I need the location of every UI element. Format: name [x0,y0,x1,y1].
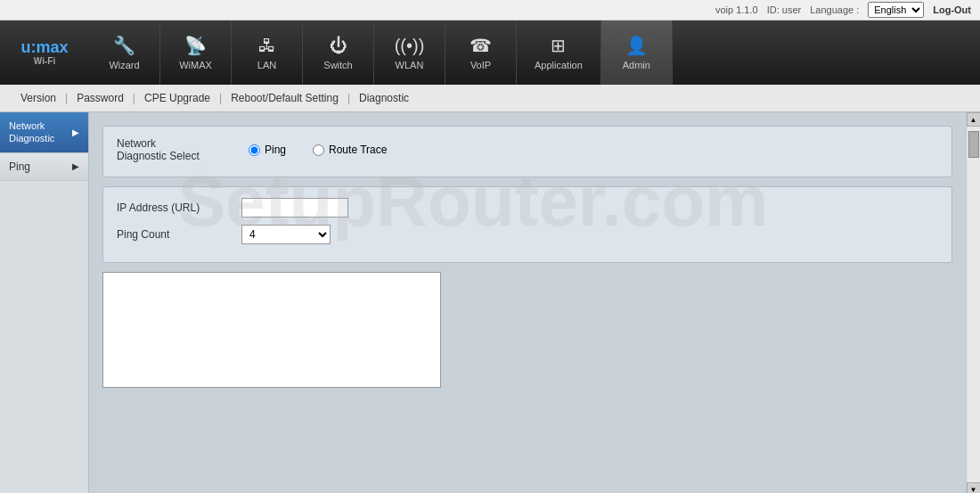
route-trace-radio[interactable] [313,144,324,156]
voip-info: voip 1.1.0 [715,4,758,15]
subnav-version[interactable]: Version [13,90,63,106]
logo: u:max Wi-Fi [0,21,89,85]
subnav-cpe-upgrade[interactable]: CPE Upgrade [137,90,217,106]
lan-icon: 🖧 [258,36,276,56]
scrollbar-track [968,127,980,482]
top-bar: voip 1.1.0 ID: user Language : English L… [0,0,980,21]
wizard-icon: 🔧 [113,35,135,56]
nav-switch-label: Switch [323,60,352,70]
subnav-diagnostic[interactable]: Diagnostic [352,90,416,106]
scroll-down-arrow[interactable]: ▼ [967,482,981,493]
subnav-password[interactable]: Password [69,90,131,106]
ip-address-row: IP Address (URL) [117,198,938,218]
logout-link[interactable]: Log-Out [933,4,971,15]
nav-voip-label: VoIP [470,60,491,70]
nav-items: 🔧 Wizard 📡 WiMAX 🖧 LAN ⏻ Switch ((•)) WL… [89,21,980,85]
nav-wimax[interactable]: 📡 WiMAX [160,21,232,85]
ping-radio-label: Ping [265,144,286,156]
nav-voip[interactable]: ☎ VoIP [445,21,517,85]
sidebar-item-ping[interactable]: Ping ▶ [0,153,88,181]
subnav-reboot[interactable]: Reboot/Default Setting [224,90,346,106]
ip-address-label: IP Address (URL) [117,201,233,214]
result-textarea[interactable] [102,272,441,388]
nav-wizard[interactable]: 🔧 Wizard [89,21,160,85]
sidebar-ping-label: Ping [9,160,30,173]
sidebar: NetworkDiagnostic ▶ Ping ▶ [0,112,89,493]
route-trace-radio-label: Route Trace [329,144,387,156]
wimax-icon: 📡 [184,35,207,56]
ping-settings-section: IP Address (URL) Ping Count 4 1 2 3 5 6 … [102,186,952,263]
nav-bar: u:max Wi-Fi 🔧 Wizard 📡 WiMAX 🖧 LAN ⏻ Swi… [0,21,980,85]
main-content: NetworkDiagnostic ▶ Ping ▶ NetworkDiagno… [0,112,980,493]
ping-count-row: Ping Count 4 1 2 3 5 6 7 8 [117,225,938,244]
nav-admin-label: Admin [623,60,650,70]
scrollbar-thumb[interactable] [968,131,979,158]
ip-address-input[interactable] [241,198,348,218]
sidebar-arrow-icon: ▶ [72,127,79,137]
nav-admin[interactable]: 👤 Admin [601,21,673,85]
network-diagnostic-select-label: NetworkDiagnostic Select [117,137,241,162]
nav-lan-label: LAN [257,60,276,70]
ping-count-label: Ping Count [117,228,233,241]
admin-icon: 👤 [625,35,648,56]
nav-application-label: Application [535,60,583,70]
ping-count-select[interactable]: 4 1 2 3 5 6 7 8 [241,225,331,244]
route-trace-radio-option[interactable]: Route Trace [313,144,387,156]
nav-lan[interactable]: 🖧 LAN [232,21,303,85]
voip-icon: ☎ [470,35,492,56]
nav-wimax-label: WiMAX [179,60,212,70]
nav-wizard-label: Wizard [109,60,139,70]
right-scrollbar: ▲ ▼ [966,112,980,493]
ping-radio[interactable] [249,144,260,156]
network-diagnostic-section: NetworkDiagnostic Select Ping Route Trac… [102,126,952,177]
sidebar-network-diagnostic-label: NetworkDiagnostic [9,119,54,145]
scroll-up-arrow[interactable]: ▲ [967,112,981,127]
wlan-icon: ((•)) [395,36,425,56]
language-label: Language : [810,4,859,15]
nav-switch[interactable]: ⏻ Switch [303,21,374,85]
sub-nav: Version | Password | CPE Upgrade | Reboo… [0,85,980,112]
nav-wlan[interactable]: ((•)) WLAN [374,21,445,85]
content-panel: NetworkDiagnostic Select Ping Route Trac… [89,112,966,493]
nav-wlan-label: WLAN [396,60,424,70]
nav-application[interactable]: ⊞ Application [517,21,601,85]
diagnostic-radio-group: Ping Route Trace [249,144,387,156]
sidebar-ping-arrow-icon: ▶ [72,161,79,171]
ping-radio-option[interactable]: Ping [249,144,286,156]
id-info: ID: user [767,4,802,15]
switch-icon: ⏻ [330,36,347,56]
language-select[interactable]: English [868,2,924,18]
application-icon: ⊞ [551,35,566,56]
sidebar-item-network-diagnostic[interactable]: NetworkDiagnostic ▶ [0,112,88,153]
